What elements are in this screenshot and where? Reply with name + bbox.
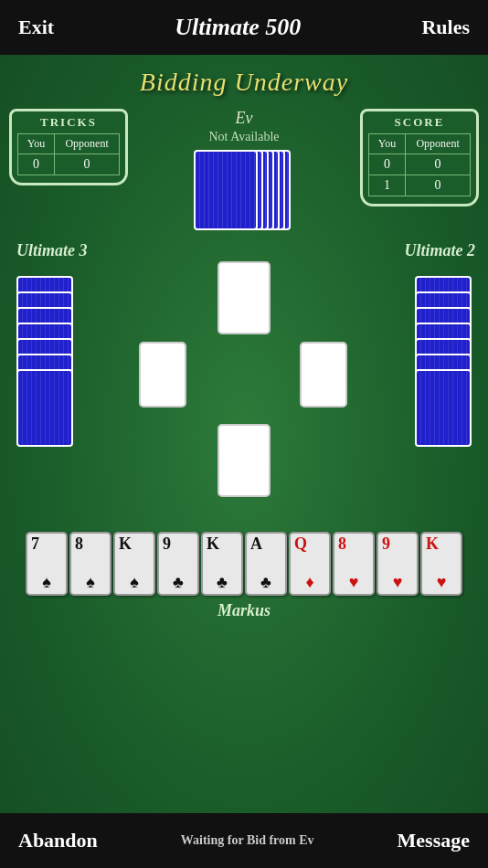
hand-card-6[interactable]: Q♦ — [289, 532, 331, 596]
score-table: You Opponent 0 0 1 0 — [368, 133, 471, 196]
tricks-table: You Opponent 0 0 — [17, 133, 120, 175]
tricks-title: TRICKS — [17, 115, 120, 130]
tricks-you-header: You — [18, 134, 55, 154]
left-player-label: Ultimate 3 — [16, 241, 88, 260]
score-you-header: You — [369, 134, 406, 154]
main-content: Bidding Underway TRICKS You Opponent 0 0… — [0, 55, 488, 813]
hand-card-9[interactable]: K♥ — [420, 532, 462, 596]
right-card-7 — [415, 369, 472, 447]
hand-card-3[interactable]: 9♣ — [157, 532, 199, 596]
deck-card-2 — [194, 150, 258, 230]
abandon-button[interactable]: Abandon — [18, 829, 98, 852]
ev-status: Not Available — [208, 130, 279, 144]
hand-card-5[interactable]: A♣ — [245, 532, 287, 596]
hand-card-4[interactable]: K♣ — [201, 532, 243, 596]
score-row1-you: 0 — [369, 154, 406, 175]
hand-card-2[interactable]: K♠ — [113, 532, 155, 596]
score-row2-you: 1 — [369, 175, 406, 196]
game-status: Waiting for Bid from Ev — [181, 833, 314, 848]
center-right-card — [300, 342, 347, 408]
tricks-opponent-header: Opponent — [55, 134, 120, 154]
ev-card-deck — [194, 150, 294, 232]
score-row1-opponent: 0 — [406, 154, 471, 175]
center-info: Ev Not Available — [171, 109, 317, 232]
hand-card-0[interactable]: 7♠ — [26, 532, 68, 596]
tricks-you-value: 0 — [18, 154, 55, 175]
hand-card-8[interactable]: 9♥ — [377, 532, 419, 596]
rules-button[interactable]: Rules — [421, 16, 470, 39]
right-player-deck — [415, 276, 472, 447]
left-card-7 — [16, 369, 73, 447]
exit-button[interactable]: Exit — [18, 16, 54, 39]
right-player-label: Ultimate 2 — [405, 241, 476, 260]
game-title: Ultimate 500 — [175, 14, 301, 41]
top-bar: Exit Ultimate 500 Rules — [0, 0, 488, 55]
center-left-card — [139, 342, 186, 408]
table-area: Ultimate 3 Ultimate 2 — [0, 241, 488, 524]
left-player-deck — [16, 276, 73, 447]
info-row: TRICKS You Opponent 0 0 Ev Not Available — [0, 101, 488, 232]
player-hand: 7♠8♠K♠9♣K♣A♣Q♦8♥9♥K♥ — [0, 532, 488, 596]
score-row2-opponent: 0 — [406, 175, 471, 196]
hand-card-1[interactable]: 8♠ — [69, 532, 111, 596]
score-opponent-header: Opponent — [406, 134, 471, 154]
center-bottom-card — [217, 424, 271, 497]
bottom-player-label: Markus — [217, 601, 271, 620]
message-button[interactable]: Message — [398, 829, 470, 852]
bottom-bar: Abandon Waiting for Bid from Ev Message — [0, 813, 488, 868]
ev-name: Ev — [236, 109, 253, 128]
center-top-card — [217, 261, 271, 334]
score-panel: SCORE You Opponent 0 0 1 0 — [360, 109, 479, 206]
bidding-status: Bidding Underway — [140, 68, 348, 97]
tricks-panel: TRICKS You Opponent 0 0 — [9, 109, 128, 185]
hand-card-7[interactable]: 8♥ — [333, 532, 375, 596]
tricks-opponent-value: 0 — [55, 154, 120, 175]
score-title: SCORE — [368, 115, 471, 130]
